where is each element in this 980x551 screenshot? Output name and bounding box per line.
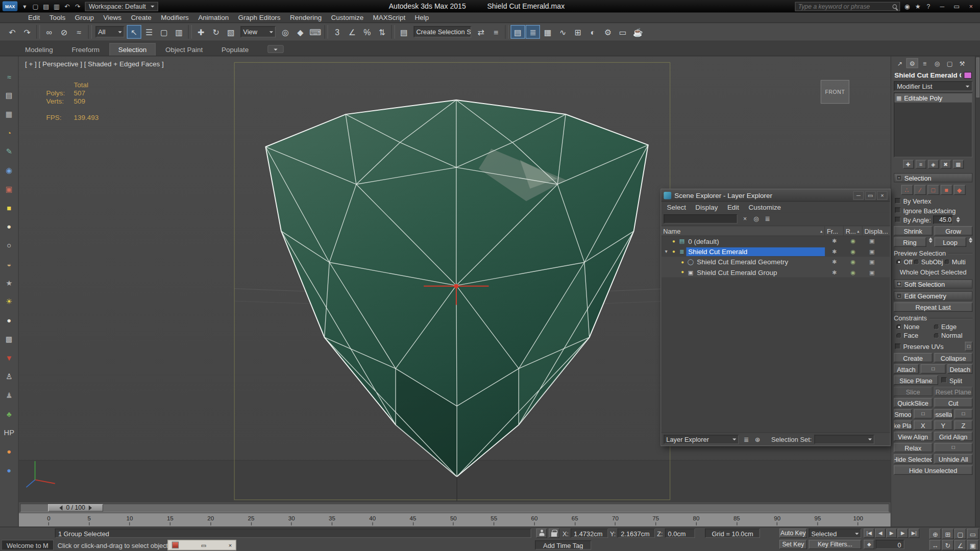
render-cell-icon[interactable]: ◉ — [844, 259, 863, 265]
loop-spinner[interactable] — [969, 237, 972, 246]
explorer-row[interactable]: ▾●≣Shield Cut Emerald✱◉▣ — [662, 246, 890, 257]
hp-tool-icon[interactable]: HP — [4, 428, 15, 438]
figure-icon[interactable]: ♙ — [4, 371, 15, 382]
selection-set-filter-dropdown[interactable]: Selected — [808, 529, 861, 538]
rollout-soft-selection[interactable]: + Soft Selection — [894, 279, 972, 288]
cubes-icon[interactable]: ▣ — [4, 184, 15, 194]
select-and-link-icon[interactable]: ∞ — [42, 25, 56, 39]
menu-create[interactable]: Create — [127, 13, 156, 22]
y-coordinate-field[interactable]: 2.1637cm — [618, 529, 655, 538]
rollout-selection[interactable]: - Selection — [894, 173, 972, 182]
sign-in-icon[interactable]: ◉ — [902, 1, 913, 11]
ribbon-tab-modeling[interactable]: Modeling — [16, 43, 62, 55]
rollout-edit-geometry[interactable]: - Edit Geometry — [894, 291, 972, 300]
select-and-rotate-icon[interactable]: ↻ — [209, 25, 223, 39]
configure-sets-icon[interactable]: ▦ — [953, 160, 964, 168]
zoom-region-icon[interactable]: ▭ — [967, 529, 978, 539]
unlink-selection-icon[interactable]: ⊘ — [57, 25, 71, 39]
minimized-close-icon[interactable]: × — [229, 542, 232, 548]
bind-to-space-warp-icon[interactable]: ≈ — [72, 25, 86, 39]
play-animation-icon[interactable]: ▶ — [886, 529, 897, 538]
tessellate-settings-button[interactable]: □ — [954, 409, 972, 418]
zoom-extents-icon[interactable]: ▢ — [954, 529, 966, 539]
menu-group[interactable]: Group — [70, 13, 99, 22]
command-panel-scrollbar[interactable] — [975, 56, 980, 527]
select-and-move-icon[interactable]: ✚ — [194, 25, 208, 39]
schematic-view-icon[interactable]: ⊞ — [571, 25, 585, 39]
msmooth-button[interactable]: MSmooth — [894, 409, 912, 418]
application-menu-icon[interactable]: ▾ — [19, 1, 30, 11]
vertex-mode-icon[interactable]: ∴ — [901, 185, 913, 195]
pearl-icon[interactable]: ● — [4, 221, 15, 232]
search-input[interactable] — [798, 3, 890, 10]
explorer-title-bar[interactable]: Scene Explorer - Layer Explorer ─▭× — [662, 189, 890, 202]
sun-icon[interactable]: ☀ — [4, 296, 15, 307]
notes-icon[interactable]: ▤ — [4, 90, 15, 101]
repeat-last-button[interactable]: Repeat Last — [894, 303, 972, 312]
grow-button[interactable]: Grow — [934, 226, 972, 235]
column-header-r[interactable]: R...▴ — [844, 226, 863, 235]
ribbon-tab-freeform[interactable]: Freeform — [63, 43, 108, 55]
create-tab-icon[interactable]: ↗ — [894, 58, 905, 68]
display-cell-icon[interactable]: ▣ — [863, 248, 881, 255]
pin-stack-icon[interactable]: ✚ — [903, 160, 914, 168]
next-frame-icon[interactable]: ▶ — [897, 529, 908, 538]
zoom-icon[interactable]: ⊕ — [929, 529, 941, 539]
display-cell-icon[interactable]: ▣ — [863, 238, 881, 244]
explorer-menu-display[interactable]: Display — [691, 203, 722, 211]
planar-z-button[interactable]: Z — [954, 420, 972, 430]
eyedropper-icon[interactable]: ✎ — [4, 146, 15, 157]
expand-arrow-icon[interactable]: ▾ — [663, 249, 670, 255]
shrink-button[interactable]: Shrink — [894, 226, 932, 235]
minimized-window-bar[interactable]: ▭ × — [167, 540, 236, 550]
ribbon-tab-selection[interactable]: Selection — [110, 43, 156, 55]
star-icon[interactable]: ★ — [4, 278, 15, 288]
time-slider-handle[interactable]: 0 / 100 — [48, 504, 103, 512]
selection-set-dropdown[interactable] — [814, 435, 874, 444]
attach-settings-button[interactable]: □ — [921, 364, 946, 373]
menu-edit[interactable]: Edit — [24, 13, 44, 22]
orbit-icon[interactable]: ↻ — [942, 540, 953, 550]
search-icon[interactable] — [893, 4, 897, 9]
create-button[interactable]: Create — [894, 353, 932, 362]
constraint-face-radio[interactable]: Face — [896, 332, 933, 339]
view-align-button[interactable]: View Align — [894, 432, 932, 441]
percent-snap-icon[interactable]: % — [360, 25, 374, 39]
by-vertex-checkbox[interactable]: By Vertex — [894, 196, 972, 205]
grid-align-button[interactable]: Grid Align — [934, 432, 972, 441]
minimized-restore-icon[interactable]: ▭ — [201, 542, 206, 548]
tessellate-button[interactable]: Tessellate — [934, 409, 952, 418]
wave-tool-icon[interactable]: ≈ — [4, 71, 15, 82]
viewcube[interactable]: FRONT — [821, 80, 849, 104]
menu-customize[interactable]: Customize — [327, 13, 368, 22]
reset-plane-button[interactable]: Reset Plane — [934, 387, 972, 396]
maximize-viewport-icon[interactable]: ▣ — [967, 540, 978, 550]
menu-tools[interactable]: Tools — [45, 13, 70, 22]
redo-quick-icon[interactable]: ↷ — [72, 1, 83, 11]
welcome-taskbar-button[interactable]: Welcome to M — [1, 540, 54, 550]
auto-key-button[interactable]: Auto Key — [779, 529, 807, 538]
menu-modifiers[interactable]: Modifiers — [157, 13, 193, 22]
loop-button[interactable]: Loop — [934, 237, 966, 246]
planar-y-button[interactable]: Y — [934, 420, 952, 430]
spinner-snap-icon[interactable]: ⇅ — [375, 25, 389, 39]
pick-mode-icon[interactable]: ⊕ — [752, 435, 763, 444]
render-setup-icon[interactable]: ⚙ — [601, 25, 615, 39]
menu-graph-editors[interactable]: Graph Editors — [234, 13, 285, 22]
layers-icon[interactable]: ≣ — [763, 214, 773, 223]
select-and-scale-icon[interactable]: ▧ — [224, 25, 238, 39]
column-header-fr[interactable]: Fr... — [825, 226, 844, 235]
slice-plane-button[interactable]: Slice Plane — [894, 375, 938, 385]
grid-tool-icon[interactable]: ▦ — [4, 109, 15, 119]
selection-lock-icon[interactable] — [549, 529, 559, 538]
workspace-dropdown[interactable]: Workspace: Default — [85, 2, 159, 11]
named-selection-combo[interactable]: Create Selection Se — [414, 26, 472, 37]
column-header-disp[interactable]: Displa... — [863, 226, 890, 235]
orange-ball-icon[interactable]: ● — [4, 446, 15, 457]
menu-help[interactable]: Help — [410, 13, 433, 22]
previous-frame-icon[interactable]: ◀ — [875, 529, 886, 538]
display-cell-icon[interactable]: ▣ — [863, 259, 881, 265]
collapse-button[interactable]: Collapse — [934, 353, 972, 362]
render-cell-icon[interactable]: ◉ — [844, 269, 863, 275]
go-to-end-icon[interactable]: ▶| — [909, 529, 919, 538]
